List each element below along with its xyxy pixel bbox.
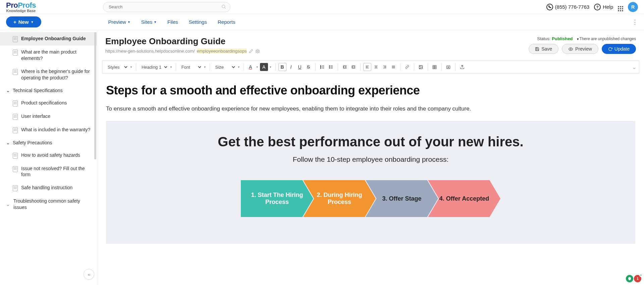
phone-icon — [546, 4, 553, 10]
align-left-button[interactable] — [363, 63, 371, 71]
svg-point-14 — [329, 67, 330, 67]
separator — [275, 63, 276, 71]
indent-button[interactable] — [350, 63, 358, 71]
sidebar-item-label: Product specifications — [21, 100, 67, 106]
svg-marker-43 — [448, 66, 449, 67]
font-select[interactable]: Font — [179, 64, 202, 70]
search-icon[interactable] — [221, 4, 226, 9]
format-select[interactable]: Heading 1 — [139, 64, 168, 70]
link-button[interactable] — [403, 63, 411, 71]
help-text: Help — [603, 4, 613, 10]
unpublished-note: There are unpublished changes — [579, 37, 636, 41]
help-link[interactable]: ? Help — [594, 4, 613, 10]
align-right-button[interactable] — [381, 63, 389, 71]
sidebar-section-safety[interactable]: ⌄ Safety Precautions — [0, 137, 97, 149]
styles-select[interactable]: Styles — [105, 64, 128, 70]
align-center-button[interactable] — [372, 63, 380, 71]
infographic-subtitle: Follow the 10-step employee onboarding p… — [126, 155, 615, 163]
image-button[interactable] — [417, 63, 425, 71]
italic-button[interactable]: I — [287, 63, 295, 71]
bg-color-button[interactable]: A — [260, 63, 268, 71]
sidebar-item-safe-handling[interactable]: Safe handling instruction — [0, 181, 97, 195]
editor-body[interactable]: Steps for a smooth and effective onboard… — [97, 73, 644, 254]
collapse-sidebar-button[interactable]: « — [84, 269, 94, 280]
phone-number[interactable]: (855) 776-7763 — [546, 4, 590, 10]
nav-settings[interactable]: Settings — [189, 19, 207, 25]
save-button[interactable]: Save — [529, 44, 558, 54]
logo-subtitle: Knowledge Base — [6, 9, 36, 13]
sidebar-item-onboarding-guide[interactable]: Employee Onboarding Guide — [0, 32, 97, 46]
shield-badge-icon[interactable] — [626, 275, 633, 282]
new-button[interactable]: + New ▼ — [6, 16, 41, 27]
sidebar-item-label: Safe handling instruction — [21, 185, 72, 191]
more-menu[interactable]: ⋮ — [632, 18, 638, 26]
scrollbar[interactable] — [94, 32, 96, 159]
content-heading: Steps for a smooth and effective onboard… — [106, 83, 635, 97]
sidebar-item-troubleshooting[interactable]: ⌄ Troubleshooting common safety issues — [0, 195, 97, 214]
separator — [455, 63, 455, 71]
nav-files[interactable]: Files — [167, 19, 178, 25]
toolbar-expand-button[interactable]: ⌄ — [632, 64, 636, 70]
preview-button[interactable]: Preview — [562, 44, 598, 54]
top-header: ProProfs Knowledge Base (855) 776-7763 ?… — [0, 0, 644, 14]
sidebar-section-technical[interactable]: ⌄ Technical Specifications — [0, 84, 97, 96]
preview-label: Preview — [575, 46, 592, 52]
sidebar-item-issue-form[interactable]: Issue not resolved? Fill out the form — [0, 162, 97, 182]
url-slug[interactable]: employeeonboardingsops — [197, 49, 247, 54]
separator — [428, 63, 428, 71]
align-justify-button[interactable] — [389, 63, 397, 71]
sidebar-item-safety-hazards[interactable]: How to avoid safety hazards — [0, 149, 97, 162]
logo[interactable]: ProProfs Knowledge Base — [6, 1, 36, 13]
url-settings-icon[interactable] — [255, 49, 260, 54]
sidebar-item-product-specs[interactable]: Product specifications — [0, 96, 97, 110]
document-icon — [13, 50, 18, 56]
unordered-list-button[interactable] — [327, 63, 335, 71]
sidebar-item-product-elements[interactable]: What are the main product elements? — [0, 46, 97, 65]
search-input[interactable] — [103, 2, 230, 12]
apps-menu[interactable] — [618, 3, 623, 11]
svg-point-3 — [570, 48, 571, 49]
edit-slug-icon[interactable] — [249, 49, 253, 53]
sidebar-item-label: Where is the beginner's guide for operat… — [21, 68, 92, 81]
sidebar-item-label: Issue not resolved? Fill out the form — [21, 165, 92, 178]
upload-button[interactable] — [458, 63, 466, 71]
sidebar-item-label: Employee Onboarding Guide — [21, 35, 86, 42]
svg-point-15 — [329, 68, 330, 69]
underline-button[interactable]: U — [296, 63, 304, 71]
separator — [400, 63, 400, 71]
bold-button[interactable]: B — [278, 63, 286, 71]
refresh-icon — [608, 47, 612, 51]
notification-badge[interactable]: 1 — [634, 275, 641, 282]
chevron-down-icon: ▼ — [31, 20, 34, 24]
separator — [338, 63, 338, 71]
sidebar-item-label: What are the main product elements? — [21, 49, 92, 62]
svg-point-13 — [329, 66, 330, 66]
sidebar-item-label: What is included in the warranty? — [21, 127, 90, 133]
nav-reports[interactable]: Reports — [218, 19, 235, 25]
nav-preview[interactable]: Preview▼ — [108, 19, 130, 25]
video-button[interactable] — [444, 63, 452, 71]
nav-sites[interactable]: Sites▼ — [141, 19, 157, 25]
svg-text:3: 3 — [320, 68, 321, 69]
dropdown-caret-icon: ▼ — [255, 66, 259, 69]
caret-down-icon[interactable]: ▼ — [576, 38, 579, 41]
separator — [176, 63, 176, 71]
sidebar-item-user-interface[interactable]: User interface — [0, 110, 97, 123]
table-button[interactable] — [431, 63, 439, 71]
sidebar-item-label: How to avoid safety hazards — [21, 152, 80, 158]
strike-button[interactable]: S — [305, 63, 313, 71]
ordered-list-button[interactable]: 123 — [318, 63, 326, 71]
sidebar-item-warranty[interactable]: What is included in the warranty? — [0, 123, 97, 137]
dropdown-caret-icon: ▼ — [237, 66, 241, 69]
svg-point-2 — [257, 51, 258, 52]
outdent-button[interactable] — [341, 63, 349, 71]
text-color-button[interactable]: A — [247, 63, 255, 71]
size-select[interactable]: Size — [213, 64, 236, 70]
separator — [441, 63, 442, 71]
separator — [136, 63, 136, 71]
sidebar-item-beginners-guide[interactable]: Where is the beginner's guide for operat… — [0, 65, 97, 84]
logo-pro: Pro — [6, 1, 18, 9]
avatar[interactable]: R — [628, 2, 638, 12]
chevron-down-icon: ⌄ — [6, 201, 10, 208]
update-button[interactable]: Update — [602, 44, 636, 54]
